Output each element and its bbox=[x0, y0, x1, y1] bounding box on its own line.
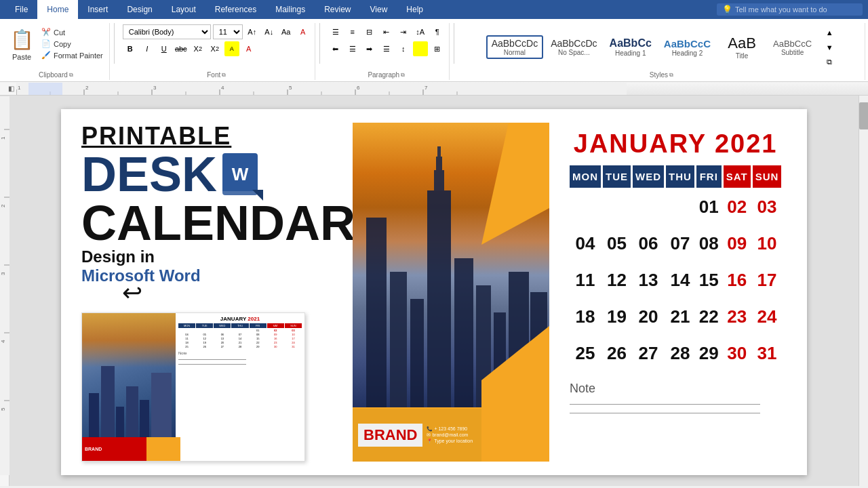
scissors-icon: ✂️ bbox=[41, 28, 51, 37]
menu-tab-design[interactable]: Design bbox=[117, 0, 161, 19]
format-painter-label: Format Painter bbox=[54, 52, 103, 60]
styles-expand-button[interactable]: ⧉ bbox=[822, 55, 837, 70]
cal-header-fri: FRI bbox=[696, 165, 722, 188]
cal-day-03: 03 bbox=[753, 190, 782, 224]
ruler-left-button[interactable]: ◧ bbox=[8, 85, 16, 92]
style-normal-label: Normal bbox=[504, 49, 526, 56]
cal-note-section: Note bbox=[570, 382, 781, 396]
style-subtitle[interactable]: AaBbCcC Subtitle bbox=[768, 37, 816, 58]
copy-button[interactable]: 📄 Copy bbox=[39, 39, 105, 49]
italic-button[interactable]: I bbox=[140, 41, 155, 56]
thumb-note: Note bbox=[178, 351, 302, 355]
cal-day-17: 17 bbox=[753, 263, 782, 298]
clipboard-expand-icon[interactable]: ⧉ bbox=[69, 72, 73, 79]
bold-button[interactable]: B bbox=[123, 41, 138, 56]
style-title[interactable]: AaB Title bbox=[718, 33, 766, 62]
font-color-button[interactable]: A bbox=[241, 41, 256, 56]
menu-tab-help[interactable]: Help bbox=[397, 0, 433, 19]
cal-header-sun: SUN bbox=[753, 165, 782, 188]
paragraph-expand-icon[interactable]: ⧉ bbox=[401, 72, 405, 79]
style-subtitle-label: Subtitle bbox=[781, 49, 804, 56]
lightbulb-icon: 💡 bbox=[722, 5, 732, 14]
align-center-button[interactable]: ☰ bbox=[345, 41, 360, 56]
align-right-button[interactable]: ➡ bbox=[362, 41, 377, 56]
font-expand-icon[interactable]: ⧉ bbox=[222, 72, 226, 79]
menu-tab-review[interactable]: Review bbox=[315, 0, 360, 19]
clipboard-group-label: Clipboard ⧉ bbox=[7, 71, 105, 79]
cal-day-04: 04 bbox=[570, 226, 601, 261]
sort-button[interactable]: ↕A bbox=[413, 24, 428, 39]
subscript-button[interactable]: X2 bbox=[191, 41, 205, 56]
clear-format-button[interactable]: A bbox=[296, 24, 311, 39]
thumb-day-headers: MON TUE WED THU FRI SAT SUN bbox=[178, 323, 302, 328]
cal-day-02: 02 bbox=[724, 190, 751, 224]
brand-info: 📞 + 123 456 7890 ✉ brand@mail.com 📍 Type… bbox=[427, 426, 473, 444]
style-heading2[interactable]: AaBbCcC Heading 2 bbox=[659, 36, 715, 59]
justify-button[interactable]: ☰ bbox=[379, 41, 394, 56]
text-highlight-button[interactable]: A bbox=[224, 41, 239, 56]
paragraph-group: ☰ ≡ ⊟ ⇤ ⇥ ↕A ¶ ⬅ ☰ ➡ ☰ ↕ ⊞ bbox=[324, 23, 450, 80]
menu-tab-view[interactable]: View bbox=[361, 0, 397, 19]
scrollbar-thumb[interactable] bbox=[859, 102, 868, 129]
align-left-button[interactable]: ⬅ bbox=[328, 41, 343, 56]
menu-tab-home[interactable]: Home bbox=[37, 0, 78, 19]
paint-brush-icon: 🖌️ bbox=[41, 51, 51, 60]
cal-day-20: 20 bbox=[633, 300, 664, 334]
paste-button[interactable]: 📋 Paste bbox=[7, 24, 37, 62]
font-size-select[interactable]: 11 bbox=[213, 24, 243, 39]
menu-tab-references[interactable]: References bbox=[205, 0, 266, 19]
menu-tab-mailings[interactable]: Mailings bbox=[266, 0, 315, 19]
increase-indent-button[interactable]: ⇥ bbox=[396, 24, 411, 39]
underline-button[interactable]: U bbox=[157, 41, 172, 56]
styles-expand-icon[interactable]: ⧉ bbox=[669, 72, 673, 79]
search-input[interactable] bbox=[735, 5, 857, 14]
svg-text:2: 2 bbox=[0, 204, 6, 207]
style-heading2-preview: AaBbCcC bbox=[664, 38, 711, 49]
decrease-indent-button[interactable]: ⇤ bbox=[379, 24, 394, 39]
decrease-font-button[interactable]: A↓ bbox=[262, 24, 277, 39]
bullet-list-button[interactable]: ☰ bbox=[328, 24, 343, 39]
svg-text:4: 4 bbox=[221, 85, 224, 91]
thumb-month-year: JANUARY 2021 bbox=[178, 316, 302, 322]
cal-day-empty-4 bbox=[666, 190, 694, 224]
styles-scroll-buttons: ▲ ▼ ⧉ bbox=[822, 25, 837, 70]
svg-text:2: 2 bbox=[85, 85, 89, 91]
cut-button[interactable]: ✂️ Cut bbox=[39, 27, 105, 37]
search-bar[interactable]: 💡 bbox=[717, 3, 863, 16]
calendar-month-year: JANUARY 2021 bbox=[570, 129, 781, 159]
styles-scroll-up-button[interactable]: ▲ bbox=[822, 25, 837, 40]
strikethrough-button[interactable]: abc bbox=[174, 41, 189, 56]
menu-tab-layout[interactable]: Layout bbox=[162, 0, 205, 19]
style-heading1[interactable]: AaBbCc Heading 1 bbox=[605, 35, 656, 59]
menu-tab-file[interactable]: File bbox=[5, 0, 37, 19]
multilevel-list-button[interactable]: ⊟ bbox=[362, 24, 377, 39]
show-formatting-button[interactable]: ¶ bbox=[430, 24, 445, 39]
format-painter-button[interactable]: 🖌️ Format Painter bbox=[39, 50, 105, 60]
numbered-list-button[interactable]: ≡ bbox=[345, 24, 360, 39]
clipboard-content: 📋 Paste ✂️ Cut 📄 Copy 🖌️ Format Painter bbox=[7, 24, 105, 70]
divider-2 bbox=[319, 23, 320, 64]
style-normal[interactable]: AaBbCcDc Normal bbox=[486, 35, 543, 59]
styles-scroll-down-button[interactable]: ▼ bbox=[822, 40, 837, 55]
font-family-select[interactable]: Calibri (Body) bbox=[123, 24, 211, 39]
svg-text:3: 3 bbox=[0, 272, 6, 275]
increase-font-button[interactable]: A↑ bbox=[245, 24, 260, 39]
change-case-button[interactable]: Aa bbox=[279, 24, 294, 39]
paragraph-content: ☰ ≡ ⊟ ⇤ ⇥ ↕A ¶ ⬅ ☰ ➡ ☰ ↕ ⊞ bbox=[328, 24, 445, 70]
right-scrollbar[interactable] bbox=[859, 96, 868, 486]
svg-rect-23 bbox=[0, 96, 9, 475]
copy-icon: 📄 bbox=[41, 39, 51, 48]
styles-group-label: Styles ⧉ bbox=[462, 71, 861, 79]
superscript-button[interactable]: X2 bbox=[208, 41, 222, 56]
svg-text:1: 1 bbox=[0, 136, 6, 140]
svg-text:5: 5 bbox=[289, 85, 292, 91]
line-spacing-button[interactable]: ↕ bbox=[396, 41, 411, 56]
cal-day-13: 13 bbox=[633, 263, 664, 298]
style-title-preview: AaB bbox=[728, 35, 756, 52]
menu-tab-insert[interactable]: Insert bbox=[78, 0, 117, 19]
style-no-spacing[interactable]: AaBbCcDc No Spac... bbox=[546, 36, 601, 58]
border-button[interactable]: ⊞ bbox=[430, 41, 445, 56]
shading-button[interactable] bbox=[413, 41, 428, 56]
calendar-thumbnail: JANUARY 2021 MON TUE WED THU FRI SAT SUN bbox=[81, 312, 305, 462]
styles-content: AaBbCcDc Normal AaBbCcDc No Spac... AaBb… bbox=[486, 24, 837, 70]
